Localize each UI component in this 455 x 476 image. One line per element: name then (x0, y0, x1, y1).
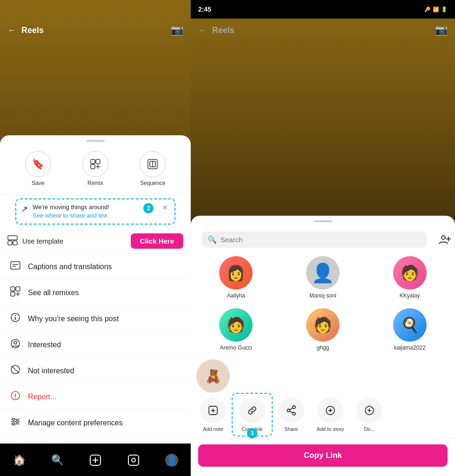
svg-point-33 (15, 397, 16, 398)
contact-kkyalay[interactable]: 🧑 KKyalay (368, 253, 451, 302)
search-icon: 🔍 (207, 235, 217, 244)
right-top-bar: ← Reels 📷 (191, 19, 455, 42)
avatar-ghgg: 🧑 (306, 308, 340, 342)
share-sheet: 🔍 👩 Aailyha 👤 (191, 216, 455, 476)
contact-name-aailyha: Aailyha (227, 292, 245, 299)
template-icon (7, 235, 18, 247)
use-template-left: Use template (7, 235, 63, 247)
add-note-icon (200, 397, 226, 423)
share-action[interactable]: Share (273, 395, 310, 435)
menu-not-interested[interactable]: Not interested (0, 358, 191, 384)
add-person-icon[interactable] (438, 233, 451, 249)
copy-link-action[interactable]: Copy link 3 (234, 395, 271, 435)
right-panel: 2:45 🔑📶🔋 ← Reels 📷 ♡ 586K 💬 1,267 ✈ 124K (191, 0, 455, 476)
notif-text: We're moving things around! See where to… (33, 203, 139, 220)
step-badge-2: 2 (143, 203, 154, 213)
search-input[interactable] (221, 236, 422, 244)
contact-kaijama[interactable]: 🍳 kaijama2022 (368, 305, 451, 354)
svg-rect-21 (11, 292, 15, 296)
menu-report-label: Report... (28, 393, 56, 401)
add-note-action[interactable]: Add note (194, 395, 232, 435)
svg-rect-15 (13, 241, 17, 245)
use-template-row: Use template Click Here (0, 229, 191, 254)
nav-reels[interactable] (123, 450, 144, 470)
svg-rect-20 (16, 287, 20, 291)
interested-icon (9, 338, 21, 351)
svg-point-40 (442, 236, 445, 239)
menu-why-seeing[interactable]: Why you're seeing this post (0, 306, 191, 332)
nav-create[interactable] (85, 450, 106, 470)
svg-point-28 (14, 341, 17, 344)
sequence-action[interactable]: Sequence (140, 151, 166, 186)
svg-rect-3 (128, 455, 139, 465)
menu-remixes-label: See all remixes (28, 289, 79, 297)
svg-point-47 (287, 409, 290, 412)
left-sheet: 🔖 Save Remix (0, 135, 191, 443)
nav-search[interactable]: 🔍 (47, 450, 67, 470)
time-right: 2:45 (198, 6, 211, 13)
remix-label: Remix (87, 180, 103, 186)
menu-remixes[interactable]: See all remixes (0, 280, 191, 306)
contact-manoj[interactable]: 👤 Manoj soni (281, 253, 365, 302)
svg-rect-14 (8, 241, 12, 245)
contact-ghgg[interactable]: 🧑 ghgg (281, 305, 365, 354)
use-template-label: Use template (22, 237, 63, 245)
contact-name-aremo: Aremo Gucci (220, 344, 252, 351)
click-here-button-template[interactable]: Click Here (131, 233, 183, 249)
more-icon (356, 397, 382, 423)
svg-point-38 (16, 421, 19, 423)
svg-point-26 (15, 315, 16, 316)
sequence-label: Sequence (140, 180, 165, 186)
contact-aremo[interactable]: 🧑 Aremo Gucci (194, 305, 278, 354)
avatar-kaijama: 🍳 (393, 308, 427, 342)
status-bar-right: 2:45 🔑📶🔋 (191, 0, 455, 19)
share-label: Share (284, 426, 298, 432)
menu-interested[interactable]: Interested (0, 332, 191, 358)
copy-link-button[interactable]: Copy Link (198, 444, 448, 467)
left-top-bar: ← Reels 📷 (0, 19, 191, 42)
close-icon-notif[interactable]: ✕ (160, 203, 170, 212)
add-note-label: Add note (203, 426, 223, 432)
contact-name-ghgg: ghgg (317, 344, 329, 351)
content-prefs-icon (9, 416, 21, 429)
save-label: Save (32, 180, 44, 186)
not-interested-icon (9, 364, 21, 377)
back-icon-right[interactable]: ← (198, 26, 207, 35)
menu-captions-label: Captions and translations (28, 263, 112, 271)
notif-link[interactable]: See where to share and link (33, 212, 107, 219)
save-action[interactable]: 🔖 Save (25, 151, 51, 186)
svg-point-46 (293, 406, 295, 409)
avatar-kkyalay: 🧑 (393, 256, 427, 290)
add-to-story-label: Add to story (317, 426, 344, 432)
left-header-title: Reels (21, 26, 44, 35)
status-icons-right: 🔑📶🔋 (424, 7, 448, 13)
remix-action[interactable]: Remix (82, 151, 108, 186)
partial-contact-1[interactable]: 🧸 (194, 359, 232, 393)
more-action[interactable]: Do... (351, 395, 388, 435)
svg-rect-16 (11, 262, 20, 269)
svg-line-30 (12, 366, 19, 373)
notification-banner: ↗ We're moving things around! See where … (15, 198, 176, 225)
svg-rect-19 (11, 287, 15, 291)
left-panel: 2:45 🔑📶🔋 ← Reels 📷 🏠 🔍 (0, 0, 191, 476)
captions-icon (9, 260, 21, 273)
nav-home[interactable]: 🏠 (9, 450, 29, 470)
report-icon (9, 390, 21, 403)
add-to-story-action[interactable]: Add to story (312, 395, 349, 435)
menu-report[interactable]: Report... (0, 384, 191, 410)
menu-content-prefs-label: Manage content preferences (28, 419, 123, 427)
contact-aailyha[interactable]: 👩 Aailyha (194, 253, 278, 302)
nav-profile[interactable]: 👤 (161, 450, 182, 470)
notification-banner-wrapper: ↗ We're moving things around! See where … (7, 198, 183, 225)
menu-captions[interactable]: Captions and translations (0, 254, 191, 280)
back-icon-left[interactable]: ← (7, 26, 16, 35)
share-actions-row: Add note Copy link 3 (191, 393, 455, 439)
menu-content-prefs[interactable]: Manage content preferences (0, 410, 191, 436)
svg-point-39 (13, 423, 15, 425)
svg-rect-7 (91, 165, 95, 169)
svg-rect-5 (91, 159, 95, 164)
share-icon-btn (278, 397, 304, 423)
camera-icon-right[interactable]: 📷 (435, 24, 448, 36)
camera-icon-left[interactable]: 📷 (171, 24, 183, 36)
left-header-left: ← Reels (7, 26, 44, 35)
